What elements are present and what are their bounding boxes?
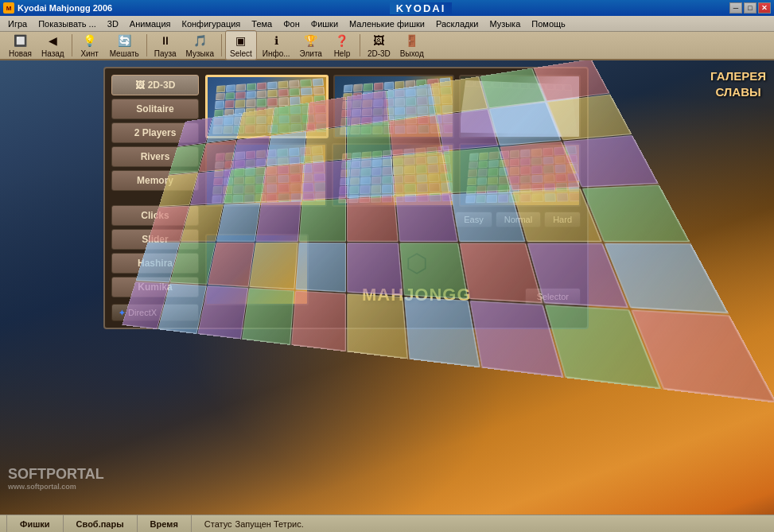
halloffame: ГАЛЕРЕЯ СЛАВЫ <box>710 68 766 99</box>
toolbar-meshat[interactable]: 🔄 Мешать <box>106 31 143 60</box>
menu-3d[interactable]: 3D <box>103 18 123 29</box>
muzyka-icon: 🎵 <box>192 33 208 49</box>
toolbar-pauza[interactable]: ⏸ Пауза <box>150 31 181 60</box>
bottom-content-row: ⬡ MAHJONGG Selector <box>205 234 581 305</box>
menu-muzyka[interactable]: Музыка <box>484 18 525 29</box>
2d3d-sidebar-icon: 🖼 <box>135 80 145 91</box>
novaya-icon: 🔲 <box>12 33 28 49</box>
game-mode-dialog: 🖼 2D-3D Solitaire 2 Players Rivers Memor… <box>103 67 589 329</box>
window-controls: ─ □ ✕ <box>729 2 771 14</box>
toolbar-nazad[interactable]: ◀ Назад <box>37 31 68 60</box>
toolbar-sep-3 <box>221 34 222 56</box>
minimize-button[interactable]: ─ <box>729 2 742 14</box>
thumbnail-7[interactable] <box>205 234 309 305</box>
2d3d-icon: 🖼 <box>371 33 387 49</box>
menu-tema[interactable]: Тема <box>247 18 277 29</box>
toolbar-sep-1 <box>72 34 72 56</box>
app-icon: M <box>3 2 14 14</box>
menu-animatsiya[interactable]: Анимация <box>125 18 176 29</box>
menu-igra[interactable]: Игра <box>3 18 32 29</box>
help-icon: ❓ <box>334 33 350 49</box>
content-area: Easy Normal Hard <box>205 75 581 321</box>
select-icon: ▣ <box>233 33 249 49</box>
menu-konfiguratsiya[interactable]: Конфигурация <box>177 18 245 29</box>
toolbar-select[interactable]: ▣ Select <box>225 30 257 60</box>
sidebar-item-2d3d[interactable]: 🖼 2D-3D <box>111 75 199 95</box>
softportal-watermark: SOFTPORTAL www.softportal.com <box>8 466 104 491</box>
statusbar: Фишки Своб.пары Время Статус Запущен Тет… <box>0 515 774 532</box>
toolbar-hint[interactable]: 💡 Хинт <box>76 31 104 60</box>
meshat-icon: 🔄 <box>116 33 132 49</box>
status-fishki[interactable]: Фишки <box>6 515 64 532</box>
status-vremya[interactable]: Время <box>138 515 192 532</box>
status-svobpary[interactable]: Своб.пары <box>64 515 138 532</box>
toolbar-sep-2 <box>146 34 147 56</box>
toolbar-muzyka[interactable]: 🎵 Музыка <box>182 31 218 60</box>
menu-pomoshch[interactable]: Помощь <box>527 18 570 29</box>
status-message: Статус Запущен Тетрис. <box>192 515 317 532</box>
sidebar-item-solitaire[interactable]: Solitaire <box>111 99 199 119</box>
toolbar-info[interactable]: ℹ Инфо... <box>259 31 294 60</box>
toolbar-novaya[interactable]: 🔲 Новая <box>5 31 36 60</box>
close-button[interactable]: ✕ <box>758 2 771 14</box>
titlebar: M Kyodai Mahjongg 2006 KYODAI ─ □ ✕ <box>0 0 774 16</box>
toolbar-elita[interactable]: 🏆 Элита <box>296 31 326 60</box>
toolbar-help[interactable]: ❓ Help <box>328 31 356 60</box>
vykhod-icon: 🚪 <box>404 33 420 49</box>
menu-pokazyvat[interactable]: Показывать ... <box>33 18 101 29</box>
menu-malenkiye-fishki[interactable]: Маленькие фишки <box>344 18 430 29</box>
pauza-icon: ⏸ <box>158 33 173 49</box>
app-title: Kyodai Mahjongg 2006 <box>18 3 112 13</box>
main-area: ГАЛЕРЕЯ СЛАВЫ SOFTPORTAL www.softportal.… <box>0 60 774 515</box>
menu-fon[interactable]: Фон <box>278 18 305 29</box>
toolbar-2d3d[interactable]: 🖼 2D-3D <box>364 31 395 60</box>
hint-icon: 💡 <box>82 33 98 49</box>
titlebar-left: M Kyodai Mahjongg 2006 <box>3 2 112 14</box>
elita-icon: 🏆 <box>303 33 319 49</box>
info-icon: ℹ <box>268 33 284 49</box>
toolbar-sep-4 <box>360 34 360 56</box>
menu-fishki[interactable]: Фишки <box>306 18 343 29</box>
kyodai-logo: KYODAI <box>390 2 453 14</box>
menubar: Игра Показывать ... 3D Анимация Конфигур… <box>0 16 774 32</box>
toolbar: 🔲 Новая ◀ Назад 💡 Хинт 🔄 Мешать ⏸ Пауза … <box>0 32 774 60</box>
maximize-button[interactable]: □ <box>744 2 756 14</box>
nazad-icon: ◀ <box>45 33 60 49</box>
toolbar-vykhod[interactable]: 🚪 Выход <box>396 31 428 60</box>
menu-raskladki[interactable]: Раскладки <box>431 18 483 29</box>
